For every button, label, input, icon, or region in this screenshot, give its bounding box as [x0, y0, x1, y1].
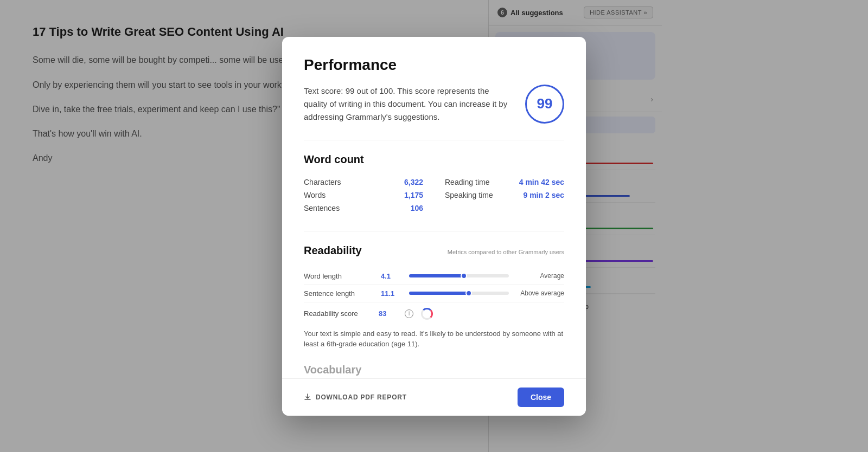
performance-modal: Performance Text score: 99 out of 100. T…	[282, 37, 586, 416]
sentence-length-fill	[409, 292, 469, 295]
word-length-rating: Average	[515, 272, 564, 280]
divider-1	[304, 140, 564, 140]
close-modal-button[interactable]: Close	[518, 388, 564, 407]
reading-time-label: Reading time	[445, 178, 490, 186]
sentence-length-row: Sentence length 11.1 Above average	[304, 285, 564, 302]
characters-value: 6,322	[404, 178, 423, 186]
readability-info-icon[interactable]: i	[405, 309, 413, 318]
word-length-dot	[461, 273, 467, 279]
word-count-right: Reading time 4 min 42 sec Speaking time …	[445, 176, 564, 215]
readability-score-row: Readability score 83 i	[304, 302, 564, 325]
word-length-value: 4.1	[381, 272, 403, 280]
readability-description: Your text is simple and easy to read. It…	[304, 328, 564, 350]
characters-row: Characters 6,322	[304, 176, 423, 189]
reading-time-value: 4 min 42 sec	[519, 178, 564, 186]
download-pdf-button[interactable]: DOWNLOAD PDF REPORT	[304, 393, 407, 401]
sentences-row: Sentences 106	[304, 202, 423, 215]
sentences-label: Sentences	[304, 204, 340, 212]
score-circle: 99	[525, 85, 564, 124]
word-length-fill	[409, 274, 464, 277]
characters-label: Characters	[304, 178, 341, 186]
modal-score-text: Text score: 99 out of 100. This score re…	[304, 85, 510, 124]
metrics-note: Metrics compared to other Grammarly user…	[448, 249, 564, 255]
word-count-left: Characters 6,322 Words 1,175 Sentences 1…	[304, 176, 423, 215]
sentence-length-track	[409, 292, 509, 295]
modal-body: Performance Text score: 99 out of 100. T…	[282, 37, 586, 378]
word-length-row: Word length 4.1 Average	[304, 268, 564, 285]
sentence-length-rating: Above average	[515, 289, 564, 297]
readability-score-label: Readability score	[304, 309, 374, 318]
readability-spinner	[421, 308, 433, 320]
words-value: 1,175	[404, 191, 423, 199]
speaking-time-value: 9 min 2 sec	[524, 191, 565, 199]
readability-title: Readability	[304, 244, 362, 257]
readability-score-value: 83	[379, 309, 400, 318]
word-count-grid: Characters 6,322 Words 1,175 Sentences 1…	[304, 176, 564, 215]
words-label: Words	[304, 191, 326, 199]
modal-overlay: Performance Text score: 99 out of 100. T…	[0, 0, 868, 452]
sentences-value: 106	[411, 204, 423, 212]
modal-score-row: Text score: 99 out of 100. This score re…	[304, 85, 564, 124]
word-length-track	[409, 274, 509, 277]
sentence-length-dot	[465, 290, 472, 296]
readability-header: Readability Metrics compared to other Gr…	[304, 244, 564, 257]
word-length-label: Word length	[304, 272, 374, 280]
sentence-length-value: 11.1	[381, 289, 403, 298]
reading-time-row: Reading time 4 min 42 sec	[445, 176, 564, 189]
sentence-length-label: Sentence length	[304, 289, 374, 298]
modal-title: Performance	[304, 56, 564, 74]
words-row: Words 1,175	[304, 189, 423, 202]
modal-footer: DOWNLOAD PDF REPORT Close	[282, 378, 586, 416]
speaking-time-row: Speaking time 9 min 2 sec	[445, 189, 564, 202]
speaking-time-label: Speaking time	[445, 191, 493, 199]
vocabulary-title: Vocabulary	[304, 358, 564, 378]
download-icon	[304, 393, 311, 401]
divider-2	[304, 231, 564, 231]
word-count-title: Word count	[304, 153, 564, 166]
